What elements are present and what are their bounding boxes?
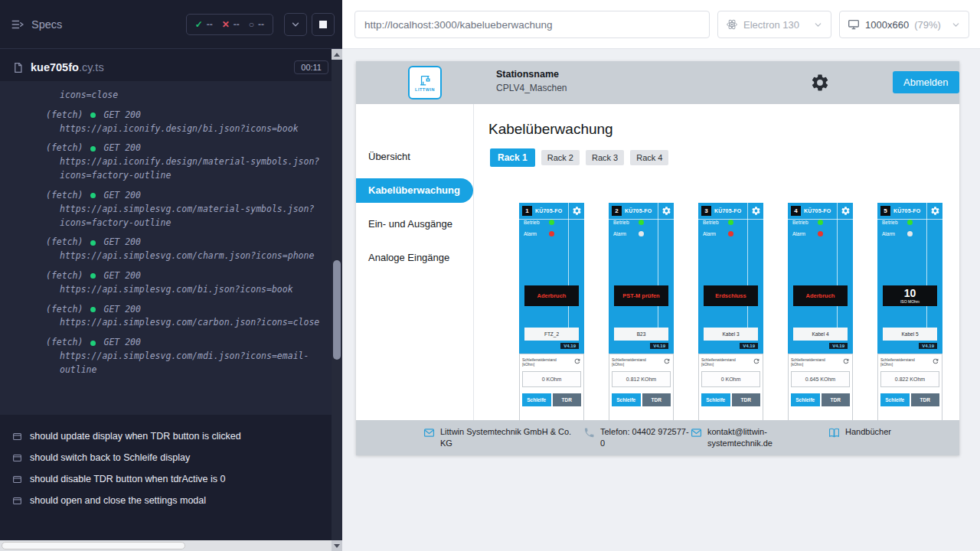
refresh-icon[interactable] [753,357,760,365]
device-number: 5 [880,206,890,216]
fetch-log-entry[interactable]: (fetch) GET 200 https://api.simplesvg.co… [46,236,327,263]
fetch-log-entry[interactable]: (fetch) GET 200 https://api.iconify.desi… [46,142,327,182]
passed-count: -- [207,19,213,30]
settings-gear-icon[interactable] [810,73,830,93]
tdr-button[interactable]: TDR [732,393,761,406]
status-text: 10 [904,288,916,298]
alarm-led [549,231,554,236]
tdr-button[interactable]: TDR [642,393,671,406]
monitor-icon [848,18,860,31]
tdr-button[interactable]: TDR [911,393,940,406]
fetch-log-entry[interactable]: (fetch) GET 200 https://api.simplesvg.co… [46,269,327,297]
pending-count: -- [258,19,264,30]
alarm-row: Alarm [524,231,554,236]
footer-item[interactable]: Telefon: 04402 972577-0 [583,426,691,449]
spec-file-row[interactable]: kue705fo.cy.ts 00:11 [0,49,342,81]
cable-name: FTZ_2 [524,328,579,341]
schleife-button[interactable]: Schleife [522,393,551,406]
status-dot-icon [90,341,96,346]
rack-tab[interactable]: Rack 3 [586,150,624,165]
url-input[interactable]: http://localhost:3000/kabelueberwachung [354,11,710,38]
chevron-down-icon [951,20,961,30]
scroll-down-button[interactable] [332,540,342,551]
refresh-icon[interactable] [842,357,850,365]
alarm-label: Alarm [882,231,895,236]
browser-selector[interactable]: Electron 130 [717,11,831,38]
footer-text: Littwin Systemtechnik GmbH & Co. KG [440,426,572,449]
device-settings-gear-icon[interactable] [930,206,940,216]
device-settings-gear-icon[interactable] [751,206,761,216]
littwin-logo: LITTWIN [408,66,442,99]
sidebar-item[interactable]: Übersicht [356,145,473,169]
fetch-log-entry[interactable]: (fetch) GET 200 https://api.simplesvg.co… [46,189,327,230]
test-title: should disable TDR button when tdrActive… [30,474,225,484]
sidebar-item[interactable]: Kabelüberwachung [356,178,473,203]
viewport-selector[interactable]: 1000x660 (79%) [839,11,969,38]
vertical-scroll-thumb[interactable] [333,260,341,360]
footer-text: kontakt@littwin-systemtechnik.de [707,426,786,449]
spec-file-name: kue705fo [31,61,79,73]
alarm-label: Alarm [524,231,537,236]
runner-horizontal-scrollbar[interactable] [0,540,332,551]
stop-run-button[interactable] [312,13,335,36]
circle-icon: ○ [249,19,254,30]
fetch-method: (fetch) [46,109,83,122]
firmware-version: V4.19 [650,343,668,349]
rack-tab[interactable]: Rack 1 [490,148,535,167]
crane-icon [419,73,432,86]
fetch-status: GET 200 [103,189,140,203]
schleife-button[interactable]: Schleife [880,393,910,406]
specs-menu-icon[interactable] [11,18,24,31]
scroll-up-button[interactable] [332,49,342,60]
tdr-button[interactable]: TDR [822,393,851,406]
fetch-log-entry[interactable]: (fetch) GET 200 https://api.simplesvg.co… [46,303,327,331]
test-item[interactable]: should switch back to Schleife display [12,447,328,468]
sidebar-item[interactable]: Analoge Eingänge [356,246,473,270]
refresh-icon[interactable] [663,357,671,365]
fetch-log-entry[interactable]: (fetch) GET 200 https://api.iconify.desi… [46,109,327,136]
footer-item[interactable]: kontakt@littwin-systemtechnik.de [691,426,789,449]
test-item[interactable]: should disable TDR button when tdrActive… [12,468,328,490]
refresh-icon[interactable] [932,357,939,365]
device-panel: 1 KÜ705-FO Betrieb [519,203,584,354]
status-dot-icon [90,307,96,312]
specs-label[interactable]: Specs [31,18,62,31]
schleife-button[interactable]: Schleife [701,393,730,406]
resistance-label: Schleifenwiderstand [kOhm] [791,357,835,367]
collapse-button[interactable] [284,13,307,36]
refresh-icon[interactable] [573,357,581,365]
device-settings-gear-icon[interactable] [662,206,671,216]
schleife-button[interactable]: Schleife [612,393,641,406]
fetch-log-entry[interactable]: (fetch) GET 200 https://api.simplesvg.co… [46,336,327,377]
rack-tab[interactable]: Rack 2 [541,150,580,165]
test-item[interactable]: should update display when TDR button is… [12,425,328,447]
rack-tab[interactable]: Rack 4 [630,150,668,165]
betrieb-led [549,220,554,225]
fetch-status: GET 200 [103,236,140,249]
runner-vertical-scrollbar[interactable] [332,49,342,551]
logout-button[interactable]: Abmelden [893,71,959,93]
alarm-label: Alarm [703,231,716,236]
station-info: Stationsname CPLV4_Maschen [496,69,567,93]
status-dot-icon [90,193,96,198]
firmware-version: V4.19 [919,343,937,349]
schleife-button[interactable]: Schleife [791,393,820,406]
status-display: Erdschluss [704,285,758,306]
betrieb-row: Betrieb [613,220,644,225]
fetch-status: GET 200 [103,109,140,122]
panel-divider [747,203,748,328]
footer-text: Telefon: 04402 972577-0 [600,426,691,449]
device-settings-gear-icon[interactable] [572,206,582,216]
device-card: 2 KÜ705-FO Betrieb [609,203,674,420]
command-log[interactable]: icons=close (fetch) GET 200 https://api.… [0,81,342,415]
device-title: KÜ705-FO [625,208,652,214]
footer-item[interactable]: Handbücher [828,426,891,439]
footer-item[interactable]: Littwin Systemtechnik GmbH & Co. KG [423,426,577,449]
horizontal-scroll-thumb[interactable] [2,542,185,549]
device-title: KÜ705-FO [804,208,831,214]
device-settings-gear-icon[interactable] [841,206,851,216]
tdr-button[interactable]: TDR [553,393,582,406]
fetch-method: (fetch) [46,336,83,350]
sidebar-item[interactable]: Ein- und Ausgänge [356,212,473,236]
test-item[interactable]: should open and close the settings modal [12,490,328,511]
